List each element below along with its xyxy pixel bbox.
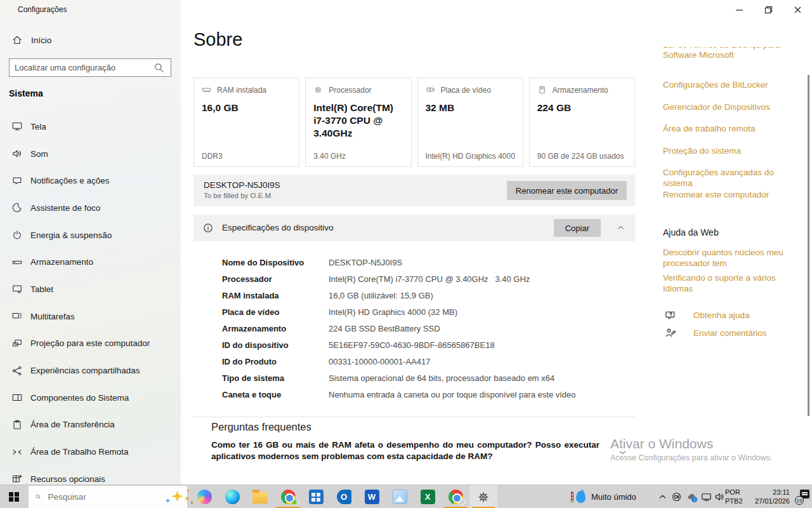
taskbar-apps: O W X bbox=[190, 485, 497, 508]
spec-row: Armazenamento224 GB SSD BestBattery SSD bbox=[193, 320, 635, 337]
device-specs-expander[interactable]: Especificações do dispositivo Copiar bbox=[193, 215, 635, 241]
sidebar-item-tela[interactable]: Tela bbox=[0, 113, 181, 140]
sidebar-item-projecao[interactable]: Projeção para este computador bbox=[0, 330, 181, 358]
related-link-bitlocker[interactable]: Configurações de BitLocker bbox=[663, 79, 768, 90]
divider bbox=[193, 417, 635, 417]
related-settings-panel: Ler os Termos de Licença paraSoftware Mi… bbox=[663, 0, 799, 485]
window-title: Configurações bbox=[18, 5, 67, 14]
sidebar-item-experiencias[interactable]: Experiências compartilhadas bbox=[0, 357, 181, 384]
volume-icon[interactable] bbox=[714, 491, 726, 503]
storage-card-icon bbox=[537, 85, 547, 95]
spec-row: ID do Produto00331-10000-00001-AA417 bbox=[193, 353, 635, 370]
related-link-remote-desktop[interactable]: Área de trabalho remota bbox=[663, 123, 756, 134]
sidebar-item-multitarefas[interactable]: Multitarefas bbox=[0, 303, 181, 330]
language-indicator[interactable]: POR PTB2 bbox=[725, 488, 743, 505]
sidebar-item-assistente-de-foco[interactable]: Assistente de foco bbox=[0, 194, 181, 222]
related-link-advanced-settings[interactable]: Configurações avançadas do sistema bbox=[663, 167, 799, 189]
tablet-icon bbox=[11, 283, 23, 295]
taskbar-search-input[interactable] bbox=[48, 492, 160, 502]
sidebar-item-tablet[interactable]: Tablet bbox=[0, 276, 181, 303]
taskbar-search-box[interactable] bbox=[28, 485, 188, 508]
settings-search-input[interactable] bbox=[10, 63, 153, 72]
restore-button[interactable] bbox=[754, 0, 783, 19]
settings-app-icon[interactable] bbox=[469, 485, 497, 508]
copilot-sparkles-icon bbox=[160, 488, 181, 507]
sidebar-item-som[interactable]: Som bbox=[0, 140, 181, 168]
tray-chevron-up-icon[interactable] bbox=[657, 491, 669, 503]
rename-pc-button[interactable]: Renomear este computador bbox=[507, 181, 627, 200]
info-icon bbox=[202, 222, 214, 234]
spec-row: ID do dispositivo5E16EF97-59C0-4630-9BDF… bbox=[193, 337, 635, 353]
copy-button[interactable]: Copiar bbox=[554, 219, 601, 237]
optional-icon bbox=[11, 473, 23, 485]
network-icon[interactable] bbox=[700, 491, 712, 503]
close-button[interactable] bbox=[783, 0, 812, 19]
meet-now-icon[interactable] bbox=[671, 491, 683, 503]
card-storage: Armazenamento 224 GB 90 GB de 224 GB usa… bbox=[529, 77, 635, 167]
taskbar-weather-widget[interactable]: Muito úmido bbox=[570, 485, 636, 508]
window-controls bbox=[724, 0, 812, 19]
vertical-scrollbar[interactable] bbox=[808, 75, 809, 416]
search-icon bbox=[35, 491, 42, 502]
photos-app-icon[interactable] bbox=[386, 485, 414, 508]
edge-app-icon[interactable] bbox=[218, 485, 246, 508]
project-icon bbox=[11, 338, 23, 349]
help-link-cores[interactable]: Descobrir quantos núcleos meu processado… bbox=[663, 247, 790, 269]
start-button[interactable] bbox=[0, 485, 28, 508]
related-link-license[interactable]: Ler os Termos de Licença paraSoftware Mi… bbox=[663, 47, 799, 67]
components-icon bbox=[11, 392, 23, 403]
excel-app-icon[interactable]: X bbox=[414, 485, 442, 508]
settings-search-box[interactable] bbox=[9, 58, 171, 77]
storage-icon bbox=[11, 257, 23, 268]
sidebar-item-energia[interactable]: Energia & suspensão bbox=[0, 222, 181, 249]
power-icon bbox=[11, 229, 23, 241]
related-link-rename-pc[interactable]: Renomear este computador bbox=[663, 189, 769, 200]
humidity-icon bbox=[570, 490, 586, 505]
get-help-row[interactable]: Obtenha ajuda bbox=[665, 309, 750, 321]
activation-watermark: Ativar o Windows Acesse Configurações pa… bbox=[610, 436, 773, 462]
settings-window: Configurações Início Sistema Tela Som No… bbox=[0, 0, 812, 508]
related-link-device-manager[interactable]: Gerenciador de Dispositivos bbox=[663, 102, 770, 112]
chrome-profile-app-icon[interactable] bbox=[442, 485, 469, 508]
feedback-row[interactable]: Enviar comentários bbox=[665, 327, 767, 339]
card-gpu: Placa de vídeo 32 MB Intel(R) HD Graphic… bbox=[417, 77, 523, 167]
faq-question[interactable]: Como ter 16 GB ou mais de RAM afeta o de… bbox=[211, 439, 599, 462]
copilot-app-icon[interactable] bbox=[190, 485, 218, 508]
chrome-app-icon[interactable] bbox=[274, 485, 302, 508]
device-specs-table: Nome do DispositivoDESKTOP-N5J0I9S Proce… bbox=[193, 254, 635, 403]
home-label: Início bbox=[31, 36, 51, 45]
search-icon[interactable] bbox=[153, 62, 166, 74]
notification-count-badge: 15 bbox=[795, 496, 804, 505]
shared-icon bbox=[11, 365, 23, 377]
clipboard-icon bbox=[11, 419, 23, 431]
minimize-button[interactable] bbox=[724, 0, 754, 19]
onedrive-icon[interactable]: i bbox=[686, 491, 698, 503]
sidebar-item-armazenamento[interactable]: Armazenamento bbox=[0, 248, 181, 276]
sidebar-item-componentes[interactable]: Componentes do Sistema bbox=[0, 384, 181, 411]
sidebar-item-notificacoes[interactable]: Notificações e ações bbox=[0, 167, 181, 194]
sidebar-item-trabalho-remoto[interactable]: Área de Trabalho Remota bbox=[0, 438, 181, 465]
web-help-header: Ajuda da Web bbox=[663, 227, 719, 237]
word-app-icon[interactable]: W bbox=[358, 485, 386, 508]
multitask-icon bbox=[11, 311, 23, 322]
file-explorer-app-icon[interactable] bbox=[246, 485, 274, 508]
onedrive-info-badge: i bbox=[691, 497, 697, 502]
outlook-app-icon[interactable]: O bbox=[330, 485, 358, 508]
device-name-bar: DESKTOP-N5J0I9S To be filled by O.E.M. R… bbox=[193, 175, 635, 206]
card-processor: Processador Intel(R) Core(TM) i7-3770 CP… bbox=[305, 77, 411, 167]
home-icon bbox=[11, 34, 23, 46]
help-link-languages[interactable]: Verificando o suporte a vários Idiomas bbox=[663, 272, 799, 294]
date: 27/01/2026 bbox=[750, 497, 790, 505]
related-link-system-protection[interactable]: Proteção do sistema bbox=[663, 145, 741, 156]
chevron-up-icon[interactable] bbox=[615, 222, 626, 233]
spec-row: Caneta e toqueNenhuma entrada à caneta o… bbox=[193, 386, 635, 403]
sidebar-item-home[interactable]: Início bbox=[11, 34, 51, 46]
ram-icon bbox=[202, 85, 211, 95]
sidebar-section-title: Sistema bbox=[9, 88, 43, 98]
spec-row: Tipo de sistemaSistema operacional de 64… bbox=[193, 370, 635, 386]
clock[interactable]: 23:11 27/01/2026 bbox=[750, 488, 790, 505]
sidebar-item-transferencia[interactable]: Área de Transferência bbox=[0, 411, 181, 439]
microsoft-store-app-icon[interactable] bbox=[302, 485, 330, 508]
action-center-icon[interactable]: 15 bbox=[797, 490, 809, 504]
spec-row: Nome do DispositivoDESKTOP-N5J0I9S bbox=[193, 254, 635, 271]
